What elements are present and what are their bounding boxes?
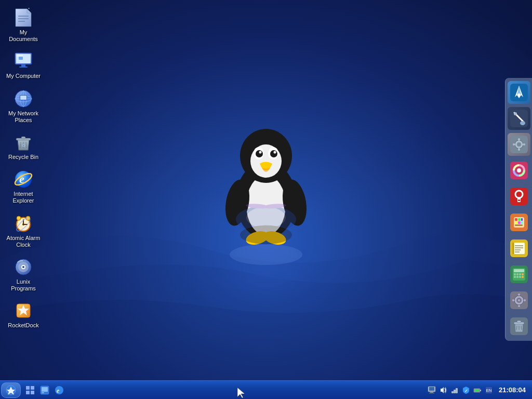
taskbar-icon-windows[interactable] xyxy=(24,384,36,396)
svg-rect-89 xyxy=(521,221,523,224)
svg-rect-129 xyxy=(42,387,48,392)
svg-rect-135 xyxy=(430,392,433,393)
dock-item-notes[interactable] xyxy=(508,237,530,260)
svg-point-36 xyxy=(22,223,24,225)
svg-rect-11 xyxy=(21,64,25,66)
svg-text:♻: ♻ xyxy=(22,143,25,148)
svg-rect-126 xyxy=(26,391,30,394)
tray-icon-volume[interactable] xyxy=(438,385,448,395)
desktop-icon-my-documents[interactable]: My Documents xyxy=(3,5,44,45)
svg-point-59 xyxy=(246,207,286,228)
svg-point-60 xyxy=(240,225,292,244)
colors-icon xyxy=(510,162,528,179)
system-prefs-icon xyxy=(510,136,528,153)
svg-rect-22 xyxy=(21,137,25,139)
dock-item-trash[interactable] xyxy=(508,315,530,338)
svg-point-67 xyxy=(514,112,517,115)
svg-rect-100 xyxy=(514,269,524,272)
svg-rect-81 xyxy=(518,200,520,201)
taskbar-clock[interactable]: 21:08:04 xyxy=(496,386,529,394)
dock-item-keychain[interactable] xyxy=(508,185,530,208)
taskbar: e xyxy=(0,380,532,399)
svg-rect-119 xyxy=(517,321,521,323)
tray-icon-shield[interactable]: ✓ xyxy=(461,385,471,395)
svg-rect-90 xyxy=(515,224,523,226)
dock-item-calculator[interactable] xyxy=(508,263,530,286)
recycle-bin-label: Recycle Bin xyxy=(8,154,38,161)
svg-rect-137 xyxy=(451,391,454,393)
tray-icon-network-tray[interactable] xyxy=(450,385,459,395)
svg-rect-103 xyxy=(519,273,521,275)
dock-item-gears[interactable] xyxy=(508,133,530,156)
desktop-icon-lunix-programs[interactable]: Lunix Programs xyxy=(3,255,44,294)
svg-rect-102 xyxy=(516,273,518,275)
svg-rect-116 xyxy=(524,299,526,301)
tux-penguin xyxy=(214,104,318,270)
svg-rect-87 xyxy=(515,221,517,224)
taskbar-icon-browser[interactable] xyxy=(38,384,51,396)
rocketdock-icon xyxy=(13,300,34,321)
svg-marker-7 xyxy=(28,8,30,9)
svg-text:e: e xyxy=(57,387,60,394)
dock-item-crayon[interactable] xyxy=(508,211,530,234)
keychain-icon xyxy=(510,188,528,205)
svg-rect-114 xyxy=(518,305,520,307)
svg-marker-3 xyxy=(27,9,31,13)
svg-rect-104 xyxy=(522,273,524,275)
lunix-programs-icon xyxy=(13,257,34,277)
svg-point-43 xyxy=(230,244,302,265)
system-prefs2-icon xyxy=(510,291,528,309)
desktop-icon-rocketdock[interactable]: RocketDock xyxy=(3,298,44,331)
svg-point-70 xyxy=(517,142,521,147)
system-tray: ✓ EN 21:08:04 xyxy=(424,385,532,395)
svg-point-77 xyxy=(517,168,521,172)
dock-item-system-prefs2[interactable] xyxy=(508,289,530,312)
svg-point-51 xyxy=(270,150,277,157)
svg-point-112 xyxy=(518,299,520,301)
my-network-places-icon xyxy=(13,88,34,109)
my-documents-label: My Documents xyxy=(5,29,42,43)
svg-point-50 xyxy=(256,150,263,157)
dock-item-colors[interactable] xyxy=(508,159,530,182)
svg-rect-142 xyxy=(480,390,481,391)
svg-rect-124 xyxy=(26,386,30,390)
svg-point-34 xyxy=(17,216,21,220)
svg-rect-108 xyxy=(522,276,524,278)
calculator-icon xyxy=(510,265,528,283)
svg-rect-74 xyxy=(523,143,525,145)
svg-rect-134 xyxy=(429,387,434,391)
svg-text:✓: ✓ xyxy=(464,389,468,393)
tray-icon-battery[interactable] xyxy=(473,385,482,395)
desktop-icon-atomic-alarm-clock[interactable]: Atomic Alarm Clock xyxy=(3,211,44,250)
dock-item-arch[interactable] xyxy=(508,81,530,104)
svg-rect-143 xyxy=(474,389,479,392)
svg-rect-136 xyxy=(429,393,434,393)
internet-explorer-icon: e xyxy=(13,169,34,190)
taskbar-icon-ie[interactable]: e xyxy=(53,384,65,396)
svg-rect-115 xyxy=(512,299,514,301)
svg-point-53 xyxy=(274,151,276,154)
taskbar-quick-launch: e xyxy=(24,384,65,396)
recycle-bin-icon: ♻ xyxy=(13,132,34,153)
desktop-icon-recycle-bin[interactable]: ♻ Recycle Bin xyxy=(3,130,44,163)
my-documents-icon xyxy=(13,7,34,28)
svg-rect-71 xyxy=(518,138,520,141)
tray-icon-monitor[interactable] xyxy=(427,385,436,395)
svg-point-66 xyxy=(520,121,525,125)
my-computer-icon xyxy=(13,51,34,72)
start-button[interactable] xyxy=(1,382,21,398)
lunix-programs-label: Lunix Programs xyxy=(5,278,42,292)
tray-icon-flag[interactable]: EN xyxy=(484,385,494,395)
desktop-icon-internet-explorer[interactable]: e Internet Explorer xyxy=(3,167,44,206)
desktop-icons: My Documents xyxy=(3,5,44,331)
svg-rect-85 xyxy=(518,218,521,221)
svg-rect-73 xyxy=(513,143,515,145)
dock-item-paintbrush[interactable] xyxy=(508,107,530,130)
right-dock xyxy=(505,78,532,341)
desktop-icon-my-computer[interactable]: My Computer xyxy=(3,49,44,82)
desktop: My Documents xyxy=(0,0,532,399)
mouse-cursor xyxy=(236,387,247,399)
svg-point-52 xyxy=(259,151,262,154)
desktop-icon-my-network-places[interactable]: My Network Places xyxy=(3,86,44,126)
svg-rect-138 xyxy=(454,390,456,393)
